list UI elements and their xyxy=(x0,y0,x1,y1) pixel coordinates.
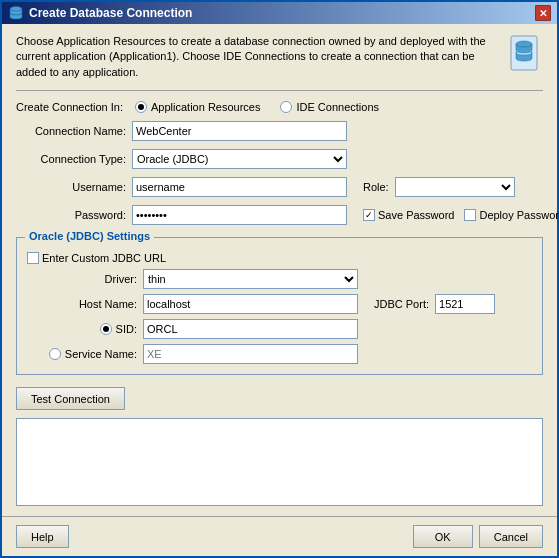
username-label: Username: xyxy=(16,181,126,193)
password-input[interactable] xyxy=(132,205,347,225)
deploy-password-label: Deploy Password xyxy=(479,209,559,221)
ide-connections-option[interactable]: IDE Connections xyxy=(280,101,379,113)
group-title: Oracle (JDBC) Settings xyxy=(25,230,154,242)
ok-button[interactable]: OK xyxy=(413,525,473,548)
dialog-window: Create Database Connection ✕ Choose Appl… xyxy=(0,0,559,558)
dialog-content: Choose Application Resources to create a… xyxy=(2,24,557,516)
title-bar: Create Database Connection ✕ xyxy=(2,2,557,24)
separator xyxy=(16,90,543,91)
bottom-row: Help OK Cancel xyxy=(2,516,557,556)
service-name-label: Service Name: xyxy=(65,348,137,360)
custom-jdbc-checkbox[interactable] xyxy=(27,252,39,264)
connection-type-row: Connection Type: Oracle (JDBC) xyxy=(16,149,543,169)
ok-cancel-group: OK Cancel xyxy=(413,525,543,548)
app-resources-radio[interactable] xyxy=(135,101,147,113)
connection-in-label: Create Connection In: xyxy=(16,101,123,113)
password-options: Save Password Deploy Password xyxy=(363,209,559,221)
help-button[interactable]: Help xyxy=(16,525,69,548)
sid-radio-option[interactable]: SID: xyxy=(27,323,137,335)
deploy-password-checkbox[interactable] xyxy=(464,209,476,221)
service-name-row: Service Name: xyxy=(27,344,532,364)
driver-row: Driver: thin xyxy=(27,269,532,289)
oracle-settings-group: Oracle (JDBC) Settings Enter Custom JDBC… xyxy=(16,237,543,375)
group-content: Enter Custom JDBC URL Driver: thin Host … xyxy=(27,248,532,364)
password-row: Password: Save Password Deploy Password xyxy=(16,205,543,225)
close-button[interactable]: ✕ xyxy=(535,5,551,21)
connection-name-label: Connection Name: xyxy=(16,125,126,137)
db-server-icon xyxy=(505,34,543,72)
deploy-password-option[interactable]: Deploy Password xyxy=(464,209,559,221)
test-connection-row: Test Connection xyxy=(16,387,543,410)
description-text: Choose Application Resources to create a… xyxy=(16,34,495,80)
output-area xyxy=(16,418,543,506)
app-resources-label: Application Resources xyxy=(151,101,260,113)
app-resources-option[interactable]: Application Resources xyxy=(135,101,260,113)
connection-type-select[interactable]: Oracle (JDBC) xyxy=(132,149,347,169)
connection-type-label: Connection Type: xyxy=(16,153,126,165)
role-select[interactable] xyxy=(395,177,515,197)
service-name-input[interactable] xyxy=(143,344,358,364)
save-password-option[interactable]: Save Password xyxy=(363,209,454,221)
sid-radio[interactable] xyxy=(100,323,112,335)
host-name-label: Host Name: xyxy=(27,298,137,310)
description-section: Choose Application Resources to create a… xyxy=(16,34,543,80)
save-password-checkbox[interactable] xyxy=(363,209,375,221)
host-name-input[interactable] xyxy=(143,294,358,314)
test-connection-button[interactable]: Test Connection xyxy=(16,387,125,410)
sid-label: SID: xyxy=(116,323,137,335)
jdbc-port-label: JDBC Port: xyxy=(374,298,429,310)
database-icon xyxy=(8,5,24,21)
title-bar-left: Create Database Connection xyxy=(8,5,192,21)
cancel-button[interactable]: Cancel xyxy=(479,525,543,548)
service-name-radio[interactable] xyxy=(49,348,61,360)
password-label: Password: xyxy=(16,209,126,221)
jdbc-port-input[interactable] xyxy=(435,294,495,314)
role-label: Role: xyxy=(363,181,389,193)
connection-in-row: Create Connection In: Application Resour… xyxy=(16,101,543,113)
svg-point-2 xyxy=(516,41,532,47)
connection-name-input[interactable] xyxy=(132,121,347,141)
username-input[interactable] xyxy=(132,177,347,197)
custom-jdbc-label: Enter Custom JDBC URL xyxy=(42,252,166,264)
connection-name-row: Connection Name: xyxy=(16,121,543,141)
ide-connections-radio[interactable] xyxy=(280,101,292,113)
title-text: Create Database Connection xyxy=(29,6,192,20)
sid-row: SID: xyxy=(27,319,532,339)
hostname-port-row: Host Name: JDBC Port: xyxy=(27,294,532,314)
username-role-row: Username: Role: xyxy=(16,177,543,197)
save-password-label: Save Password xyxy=(378,209,454,221)
sid-input[interactable] xyxy=(143,319,358,339)
driver-label: Driver: xyxy=(27,273,137,285)
ide-connections-label: IDE Connections xyxy=(296,101,379,113)
service-name-radio-option[interactable]: Service Name: xyxy=(27,348,137,360)
custom-jdbc-option[interactable]: Enter Custom JDBC URL xyxy=(27,252,532,264)
driver-select[interactable]: thin xyxy=(143,269,358,289)
